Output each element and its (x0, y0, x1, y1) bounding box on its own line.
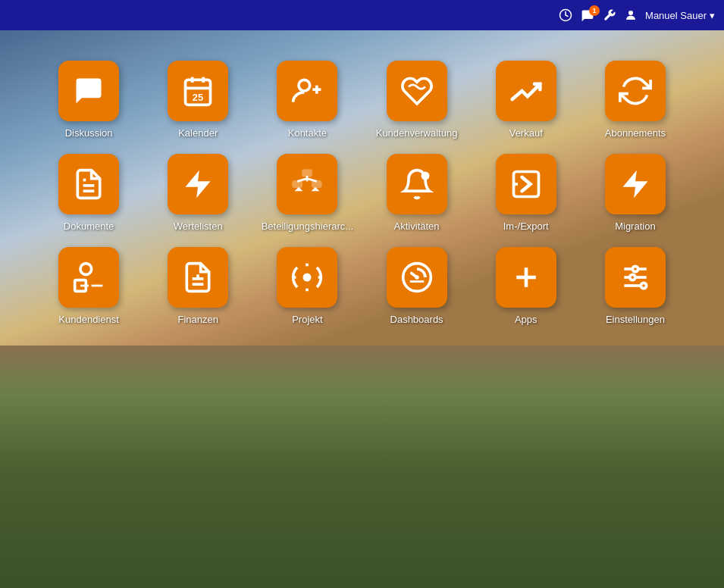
abonnements-icon (605, 61, 666, 121)
kontakte-label: Kontakte (288, 127, 327, 139)
wertelisten-label: Wertelisten (174, 220, 223, 232)
app-dashboards[interactable]: Dashboards (371, 247, 462, 325)
app-apps[interactable]: Apps (481, 247, 572, 325)
svg-point-3 (87, 88, 90, 91)
notification-count: 1 (589, 5, 600, 16)
aktivitaeten-icon (387, 154, 447, 214)
app-abonnements[interactable]: Abonnements (590, 61, 681, 139)
app-diskussion[interactable]: Diskussion (43, 61, 134, 139)
app-migration[interactable]: Migration (590, 154, 681, 232)
topbar: 1 Manuel Sauer ▾ (0, 0, 724, 30)
user-menu[interactable]: Manuel Sauer ▾ (645, 10, 715, 21)
svg-marker-26 (622, 170, 647, 199)
svg-marker-16 (186, 170, 211, 199)
kundendienst-icon (58, 247, 119, 308)
verkauf-label: Verkauf (509, 127, 543, 139)
svg-line-21 (298, 179, 308, 182)
migration-label: Migration (615, 220, 655, 232)
beteiligungshierarchie-icon (277, 154, 337, 214)
dashboards-icon (387, 247, 447, 308)
dokumente-label: Dokumente (64, 220, 114, 232)
app-kundenverwaltung[interactable]: Kundenverwaltung (371, 61, 462, 139)
apps-icon (496, 247, 556, 308)
kundenverwaltung-icon (387, 61, 447, 121)
app-dokumente[interactable]: Dokumente (43, 154, 134, 232)
app-aktivitaeten[interactable]: Aktivitäten (371, 154, 462, 232)
svg-point-49 (641, 283, 646, 288)
app-projekt[interactable]: Projekt (262, 247, 353, 325)
svg-point-34 (303, 274, 312, 282)
chat-notification-icon[interactable]: 1 (580, 8, 595, 22)
im-export-label: Im-/Export (503, 220, 549, 232)
kontakte-icon (277, 61, 337, 121)
dokumente-icon (58, 154, 119, 214)
einstellungen-icon (605, 247, 666, 308)
app-kundendienst[interactable]: Kundendienst (43, 247, 134, 325)
svg-line-22 (307, 179, 317, 182)
apps-grid: Diskussion 25 Kalender Kontakte (0, 30, 724, 355)
finanzen-label: Finanzen (177, 314, 218, 325)
svg-point-37 (415, 275, 419, 280)
apps-label: Apps (515, 314, 538, 325)
svg-point-4 (92, 88, 96, 91)
kundenverwaltung-label: Kundenverwaltung (376, 127, 458, 139)
kalender-label: Kalender (178, 127, 218, 139)
migration-icon (605, 154, 666, 214)
svg-text:25: 25 (193, 92, 203, 103)
clock-icon[interactable] (559, 8, 572, 22)
user-dropdown-icon: ▾ (710, 10, 715, 21)
app-kalender[interactable]: 25 Kalender (152, 61, 243, 139)
app-beteiligungshierarchie[interactable]: Beteiligungshierarc... (262, 154, 353, 232)
svg-point-47 (632, 266, 638, 271)
einstellungen-label: Einstellungen (606, 314, 665, 325)
app-wertelisten[interactable]: Wertelisten (152, 154, 243, 232)
tools-icon[interactable] (603, 8, 616, 22)
abonnements-label: Abonnements (605, 127, 666, 139)
verkauf-icon (496, 61, 556, 121)
projekt-icon (277, 247, 337, 308)
svg-point-10 (299, 80, 310, 91)
svg-rect-19 (313, 181, 321, 186)
app-finanzen[interactable]: Finanzen (152, 247, 243, 325)
svg-rect-18 (293, 181, 302, 186)
diskussion-icon (58, 61, 119, 121)
beteiligungshierarchie-label: Beteiligungshierarc... (262, 220, 353, 232)
projekt-label: Projekt (292, 314, 322, 325)
user-face-icon (624, 8, 638, 22)
background-ground (0, 346, 724, 588)
svg-point-1 (628, 11, 633, 15)
diskussion-label: Diskussion (65, 127, 113, 139)
finanzen-icon (168, 247, 228, 308)
app-kontakte[interactable]: Kontakte (262, 61, 353, 139)
kundendienst-label: Kundendienst (58, 314, 119, 325)
wertelisten-icon (168, 154, 228, 214)
dashboards-label: Dashboards (390, 314, 443, 325)
svg-point-28 (80, 264, 92, 275)
app-einstellungen[interactable]: Einstellungen (590, 247, 681, 325)
svg-rect-17 (303, 170, 312, 176)
user-name-label: Manuel Sauer (645, 10, 707, 21)
kalender-icon: 25 (168, 61, 228, 121)
aktivitaeten-label: Aktivitäten (394, 220, 440, 232)
svg-point-2 (82, 88, 85, 91)
im-export-icon (496, 154, 556, 214)
svg-point-23 (421, 172, 429, 180)
svg-point-48 (630, 274, 635, 280)
app-verkauf[interactable]: Verkauf (481, 61, 572, 139)
app-im-export[interactable]: Im-/Export (481, 154, 572, 232)
